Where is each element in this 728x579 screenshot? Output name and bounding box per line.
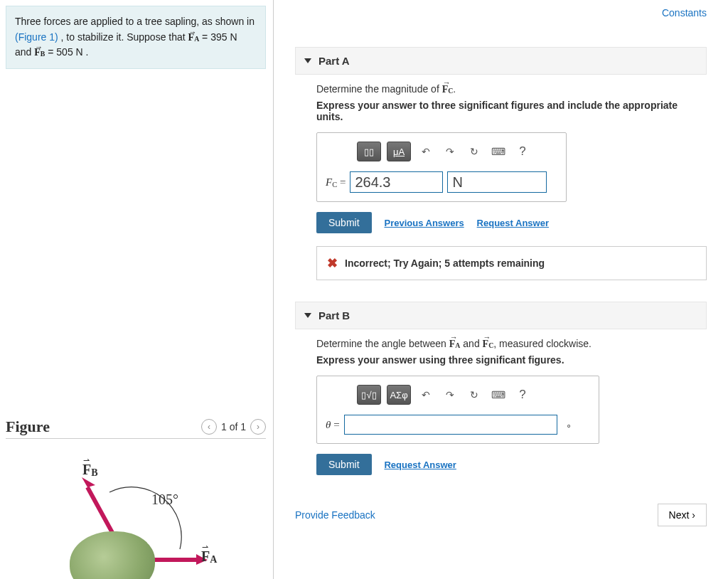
- part-b-prompt: Determine the angle between →FA and →FC,…: [316, 338, 707, 350]
- feedback-text: Incorrect; Try Again; 5 attempts remaini…: [345, 257, 545, 269]
- problem-text-1: Three forces are applied to a tree sapli…: [15, 16, 255, 27]
- problem-text-2: , to stabilize it. Suppose that: [58, 31, 188, 43]
- figure-nav: Figure ‹ 1 of 1 ›: [6, 418, 266, 439]
- part-b-instructions: Express your answer using three signific…: [316, 354, 707, 366]
- next-button[interactable]: Next›: [658, 504, 707, 526]
- chevron-right-icon: ›: [692, 509, 695, 521]
- request-answer-link[interactable]: Request Answer: [384, 460, 456, 470]
- degree-unit: ∘: [566, 420, 572, 430]
- figure-fb-label: ⇀FB: [82, 462, 98, 479]
- part-a-instructions: Express your answer to three significant…: [316, 100, 707, 122]
- figure-link[interactable]: (Figure 1): [15, 31, 58, 43]
- undo-icon[interactable]: ↶: [417, 386, 435, 403]
- reset-icon[interactable]: ↻: [465, 386, 483, 403]
- units-tool-icon[interactable]: μA: [387, 142, 411, 161]
- vector-fa: →FA: [188, 32, 200, 43]
- theta-value-input[interactable]: [344, 415, 557, 435]
- part-b-submit-button[interactable]: Submit: [316, 454, 372, 475]
- request-answer-link[interactable]: Request Answer: [477, 218, 549, 228]
- problem-statement: Three forces are applied to a tree sapli…: [6, 6, 266, 69]
- part-a-feedback: ✖ Incorrect; Try Again; 5 attempts remai…: [316, 246, 707, 280]
- part-a-prompt: Determine the magnitude of →FC.: [316, 83, 707, 95]
- undo-icon[interactable]: ↶: [417, 143, 435, 160]
- keyboard-icon[interactable]: ⌨: [489, 386, 508, 403]
- previous-answers-link[interactable]: Previous Answers: [384, 218, 464, 228]
- figure-title: Figure: [6, 418, 50, 436]
- part-a-submit-button[interactable]: Submit: [316, 212, 372, 233]
- part-b-title: Part B: [318, 309, 350, 322]
- collapse-icon[interactable]: [304, 313, 311, 318]
- help-icon[interactable]: ?: [513, 386, 532, 403]
- part-a-answer-box: ▯▯ μA ↶ ↷ ↻ ⌨ ? FC =: [316, 132, 567, 202]
- fc-label: FC =: [326, 176, 346, 188]
- fb-value: = 505 N .: [45, 46, 88, 58]
- figure-image: ⇀FB 105° ⇀FA: [6, 460, 266, 579]
- theta-label: θ =: [326, 419, 340, 431]
- svg-marker-1: [82, 477, 95, 487]
- template-tool-icon[interactable]: ▯√▯: [357, 385, 381, 405]
- redo-icon[interactable]: ↷: [441, 386, 459, 403]
- part-a-header[interactable]: Part A: [295, 47, 707, 75]
- symbols-tool-icon[interactable]: ΑΣφ: [387, 385, 411, 405]
- problem-text-3: and: [15, 46, 34, 58]
- part-b-header[interactable]: Part B: [295, 302, 707, 329]
- constants-link[interactable]: Constants: [662, 7, 707, 18]
- fa-value: = 395 N: [199, 31, 237, 43]
- redo-icon[interactable]: ↷: [441, 143, 459, 160]
- fc-value-input[interactable]: [350, 171, 443, 193]
- help-icon[interactable]: ?: [513, 143, 532, 160]
- keyboard-icon[interactable]: ⌨: [489, 143, 508, 160]
- figure-fa-label: ⇀FA: [201, 548, 217, 565]
- figure-prev-button[interactable]: ‹: [201, 419, 217, 435]
- incorrect-icon: ✖: [327, 255, 338, 271]
- figure-counter: 1 of 1: [221, 421, 246, 432]
- figure-next-button[interactable]: ›: [250, 419, 266, 435]
- reset-icon[interactable]: ↻: [465, 143, 483, 160]
- template-tool-icon[interactable]: ▯▯: [357, 142, 381, 161]
- provide-feedback-link[interactable]: Provide Feedback: [295, 509, 375, 521]
- part-b-answer-box: ▯√▯ ΑΣφ ↶ ↷ ↻ ⌨ ? θ = ∘: [316, 376, 599, 444]
- figure-angle-label: 105°: [151, 492, 178, 508]
- vector-fb: →FB: [34, 47, 45, 58]
- part-a-title: Part A: [318, 55, 350, 67]
- fc-unit-input[interactable]: [447, 171, 547, 193]
- collapse-icon[interactable]: [304, 58, 311, 63]
